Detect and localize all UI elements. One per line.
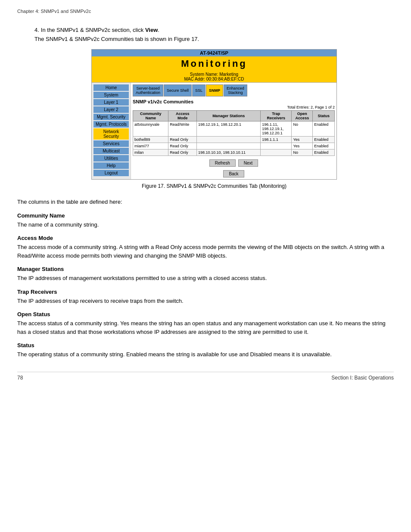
step-4-line: 4. In the SNMPv1 & SNMPv2c section, clic… — [34, 27, 394, 33]
monitor-sidebar: Home System Layer 1 Layer 2 Mgmt. Securi… — [92, 83, 131, 179]
step-4-text: In the SNMPv1 & SNMPv2c section, click V… — [41, 27, 159, 33]
term-community-name: Community Name — [17, 212, 394, 219]
cell-access-4: Read Only — [168, 149, 197, 156]
system-name: System Name: Marketing — [93, 72, 336, 77]
mac-address: MAC Addr: 00:30:84:AB:EF:CD — [93, 77, 336, 81]
tab-ssl[interactable]: SSL — [192, 84, 206, 96]
cell-manager-2 — [197, 137, 261, 143]
snmp-table: CommunityName AccessMode Manager Station… — [133, 110, 335, 156]
sidebar-help[interactable]: Help — [93, 162, 129, 169]
tab-enhanced-stacking[interactable]: EnhancedStacking — [224, 84, 247, 96]
cell-status-1: Enabled — [313, 121, 335, 137]
cell-manager-1: 198.12.19.1, 198.12.20.1 — [197, 121, 261, 137]
columns-intro: The columns in the table are defined her… — [17, 198, 394, 206]
sidebar-layer2[interactable]: Layer 2 — [93, 106, 129, 113]
cell-trap-2: 198.1.1.1 — [261, 137, 292, 143]
manager-stations-section: Manager Stations The IP addresses of man… — [17, 266, 394, 283]
cell-trap-3 — [261, 143, 292, 149]
columns-intro-section: The columns in the table are defined her… — [17, 198, 394, 206]
cell-open-4: No — [292, 149, 313, 156]
sidebar-home[interactable]: Home — [93, 84, 129, 91]
sidebar-mgmt-security[interactable]: Mgmt. Security — [93, 114, 129, 120]
col-community-name: CommunityName — [133, 111, 168, 121]
status-section: Status The operating status of a communi… — [17, 342, 394, 359]
tabs-row: Server-basedAuthentication Secure Shell … — [133, 84, 335, 96]
sidebar-services[interactable]: Services — [93, 140, 129, 147]
cell-access-3: Read Only — [168, 143, 197, 149]
cell-manager-3 — [197, 143, 261, 149]
monitor-panel: AT-9424T/SP Monitoring System Name: Mark… — [91, 49, 337, 180]
page-number: 78 — [17, 375, 23, 381]
cell-status-3: Enabled — [313, 143, 335, 149]
desc-community-name: The name of a community string. — [17, 221, 394, 229]
desc-trap-receivers: The IP addresses of trap receivers to re… — [17, 297, 394, 305]
figure-intro-text: The SNMPv1 & SNMPv2c Communities tab is … — [34, 36, 394, 42]
sidebar-network-security[interactable]: Network Security — [93, 128, 129, 140]
next-button[interactable]: Next — [238, 159, 258, 167]
sidebar-multicast[interactable]: Multicast — [93, 148, 129, 154]
cell-community-1: at54sunnyvale — [133, 121, 168, 137]
col-trap-receivers: TrapReceivers — [261, 111, 292, 121]
table-row: bothell89 Read Only 198.1.1.1 Yes Enable… — [133, 137, 335, 143]
total-entries: Total Entries: 2, Page 1 of 2 — [133, 105, 335, 109]
monitor-main-content: Server-basedAuthentication Secure Shell … — [131, 83, 336, 179]
col-access-mode: AccessMode — [168, 111, 197, 121]
desc-access-mode: The access mode of a community string. A… — [17, 243, 394, 260]
cell-open-1: No — [292, 121, 313, 137]
tab-secure-shell[interactable]: Secure Shell — [164, 84, 192, 96]
open-status-section: Open Status The access status of a commu… — [17, 311, 394, 336]
sidebar-logout[interactable]: Logout — [93, 170, 129, 176]
back-button[interactable]: Back — [223, 170, 244, 177]
monitor-title-bar: AT-9424T/SP — [92, 50, 336, 56]
cell-trap-4 — [261, 149, 292, 156]
sidebar-mgmt-protocols[interactable]: Mgmt. Protocols — [93, 121, 129, 128]
cell-manager-4: 198.10.10.10, 198.10.10.11 — [197, 149, 261, 156]
desc-open-status: The access status of a community string.… — [17, 319, 394, 336]
refresh-button[interactable]: Refresh — [209, 159, 236, 167]
tab-server-auth[interactable]: Server-basedAuthentication — [133, 84, 163, 96]
col-status: Status — [313, 111, 335, 121]
sidebar-layer1[interactable]: Layer 1 — [93, 99, 129, 106]
table-row: milan Read Only 198.10.10.10, 198.10.10.… — [133, 149, 335, 156]
snmp-section-title: SNMP v1/v2c Communities — [133, 99, 335, 104]
table-row: miami77 Read Only Yes Enabled — [133, 143, 335, 149]
term-trap-receivers: Trap Receivers — [17, 289, 394, 295]
cell-access-2: Read Only — [168, 137, 197, 143]
step-4-number: 4. — [34, 27, 39, 33]
desc-status: The operating status of a community stri… — [17, 350, 394, 359]
col-open-access: OpenAccess — [292, 111, 313, 121]
monitor-body: Home System Layer 1 Layer 2 Mgmt. Securi… — [92, 83, 336, 179]
sidebar-system[interactable]: System — [93, 92, 129, 98]
cell-community-4: milan — [133, 149, 168, 156]
cell-community-2: bothell89 — [133, 137, 168, 143]
community-name-section: Community Name The name of a community s… — [17, 212, 394, 229]
action-buttons-row1: Refresh Next — [133, 159, 335, 167]
term-manager-stations: Manager Stations — [17, 266, 394, 272]
tab-snmp[interactable]: SNMP — [206, 84, 223, 96]
page-footer: 78 Section I: Basic Operations — [17, 372, 394, 381]
cell-access-1: Read/Write — [168, 121, 197, 137]
term-open-status: Open Status — [17, 311, 394, 317]
cell-community-3: miami77 — [133, 143, 168, 149]
cell-open-3: Yes — [292, 143, 313, 149]
sidebar-utilities[interactable]: Utilities — [93, 155, 129, 162]
cell-status-2: Enabled — [313, 137, 335, 143]
cell-trap-1: 196.1.11,198.12.19.1,198.12.20.1 — [261, 121, 292, 137]
desc-manager-stations: The IP addresses of management workstati… — [17, 274, 394, 283]
table-row: at54sunnyvale Read/Write 198.12.19.1, 19… — [133, 121, 335, 137]
section-label: Section I: Basic Operations — [331, 375, 394, 381]
figure-caption: Figure 17. SNMPv1 & SNMPv2c Communities … — [34, 183, 394, 189]
step-4-container: 4. In the SNMPv1 & SNMPv2c section, clic… — [34, 27, 394, 189]
term-status: Status — [17, 342, 394, 348]
chapter-header: Chapter 4: SNMPv1 and SNMPv2c — [17, 9, 394, 14]
cell-open-2: Yes — [292, 137, 313, 143]
monitor-subheading: System Name: Marketing MAC Addr: 00:30:8… — [92, 71, 336, 83]
monitor-heading: Monitoring — [92, 56, 336, 71]
trap-receivers-section: Trap Receivers The IP addresses of trap … — [17, 289, 394, 305]
action-buttons-row2: Back — [133, 170, 335, 177]
term-access-mode: Access Mode — [17, 235, 394, 241]
access-mode-section: Access Mode The access mode of a communi… — [17, 235, 394, 260]
col-manager-stations: Manager Stations — [197, 111, 261, 121]
cell-status-4: Enabled — [313, 149, 335, 156]
